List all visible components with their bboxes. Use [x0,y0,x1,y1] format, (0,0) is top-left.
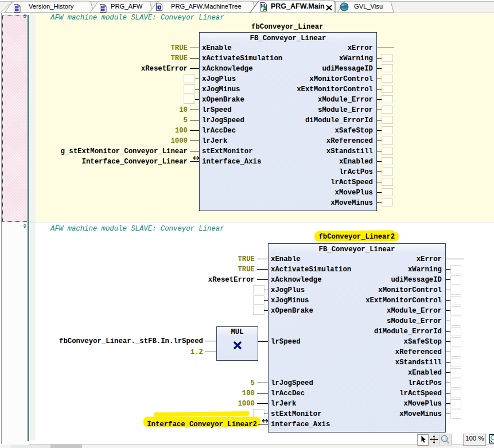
svg-text:A: A [263,6,267,11]
